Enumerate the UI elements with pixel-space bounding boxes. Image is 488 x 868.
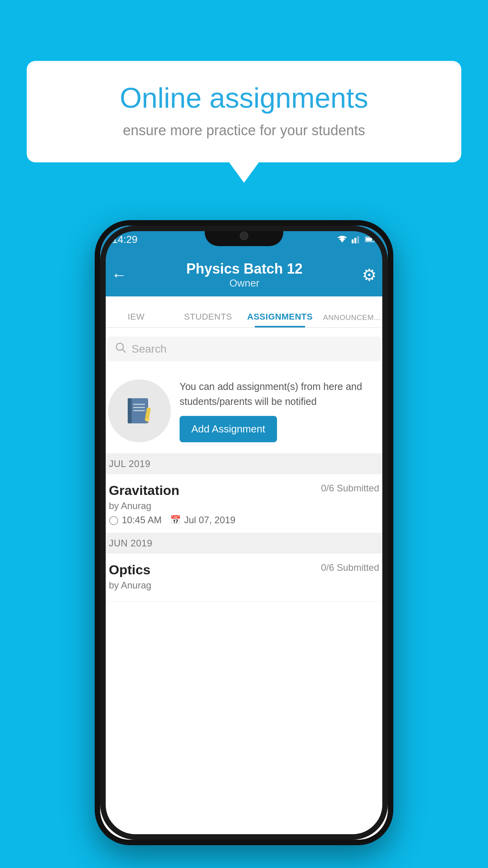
add-assignment-button[interactable]: Add Assignment <box>180 416 277 442</box>
prompt-description: You can add assignment(s) from here and … <box>180 379 380 409</box>
calendar-icon: 📅 <box>170 515 181 525</box>
svg-rect-10 <box>128 398 132 423</box>
svg-rect-11 <box>133 404 145 405</box>
status-icons <box>337 235 376 243</box>
assignment-meta-gravitation: ◯ 10:45 AM 📅 Jul 07, 2019 <box>109 515 379 526</box>
speech-bubble-subtitle: ensure more practice for your students <box>50 122 438 139</box>
assignment-prompt-text: You can add assignment(s) from here and … <box>180 379 380 442</box>
assignment-submitted-optics: 0/6 Submitted <box>321 562 379 573</box>
svg-rect-12 <box>133 407 145 408</box>
search-placeholder: Search <box>132 343 167 355</box>
header-title: Physics Batch 12 <box>186 261 303 277</box>
settings-icon[interactable]: ⚙ <box>362 265 377 285</box>
tab-students[interactable]: STUDENTS <box>172 312 244 327</box>
svg-marker-0 <box>340 239 345 243</box>
phone-screen-content: Search <box>100 328 388 840</box>
search-bar[interactable]: Search <box>107 337 381 361</box>
svg-rect-5 <box>374 238 376 241</box>
wifi-icon <box>337 235 348 243</box>
assignment-icon-circle <box>108 379 171 442</box>
tab-assignments[interactable]: ASSIGNMENTS <box>244 312 316 327</box>
assignment-item-gravitation[interactable]: Gravitation 0/6 Submitted by Anurag ◯ 10… <box>100 474 388 533</box>
header-subtitle: Owner <box>186 277 303 289</box>
speech-bubble: Online assignments ensure more practice … <box>27 61 461 162</box>
svg-rect-6 <box>366 238 372 241</box>
phone-frame: 14:29 <box>95 220 393 845</box>
month-separator-jun: JUN 2019 <box>100 533 388 554</box>
assignment-name-optics: Optics <box>109 562 150 577</box>
back-button[interactable]: ← <box>111 266 127 284</box>
svg-rect-1 <box>352 239 354 243</box>
assignment-item-optics[interactable]: Optics 0/6 Submitted by Anurag <box>100 554 388 601</box>
svg-rect-13 <box>133 410 145 411</box>
svg-line-8 <box>123 349 125 352</box>
assignment-by-optics: by Anurag <box>109 580 379 591</box>
speech-bubble-container: Online assignments ensure more practice … <box>27 61 461 162</box>
phone-notch <box>205 226 283 246</box>
speech-bubble-title: Online assignments <box>50 83 438 114</box>
header-title-block: Physics Batch 12 Owner <box>186 261 303 289</box>
app-header: ← Physics Batch 12 Owner ⚙ <box>100 253 388 296</box>
svg-rect-2 <box>354 238 356 243</box>
tab-iew[interactable]: IEW <box>100 312 172 327</box>
assignment-prompt: You can add assignment(s) from here and … <box>100 368 388 454</box>
month-separator-jul: JUL 2019 <box>100 454 388 474</box>
phone-camera <box>240 232 248 240</box>
signal-icon <box>352 235 361 243</box>
clock-icon: ◯ <box>109 515 119 525</box>
notebook-icon <box>124 395 155 427</box>
assignment-date-gravitation: 📅 Jul 07, 2019 <box>170 515 235 526</box>
phone-screen-clip: 14:29 <box>100 226 388 840</box>
status-time: 14:29 <box>112 234 138 246</box>
search-icon <box>115 342 126 356</box>
assignment-submitted-gravitation: 0/6 Submitted <box>321 483 379 494</box>
tab-announcements[interactable]: ANNOUNCEM... <box>316 313 388 327</box>
assignment-name-gravitation: Gravitation <box>109 483 179 498</box>
assignment-by-gravitation: by Anurag <box>109 500 379 511</box>
tab-bar: IEW STUDENTS ASSIGNMENTS ANNOUNCEM... <box>100 296 388 328</box>
assignment-time-gravitation: ◯ 10:45 AM <box>109 515 161 526</box>
svg-rect-3 <box>357 236 359 243</box>
battery-icon <box>365 236 376 243</box>
